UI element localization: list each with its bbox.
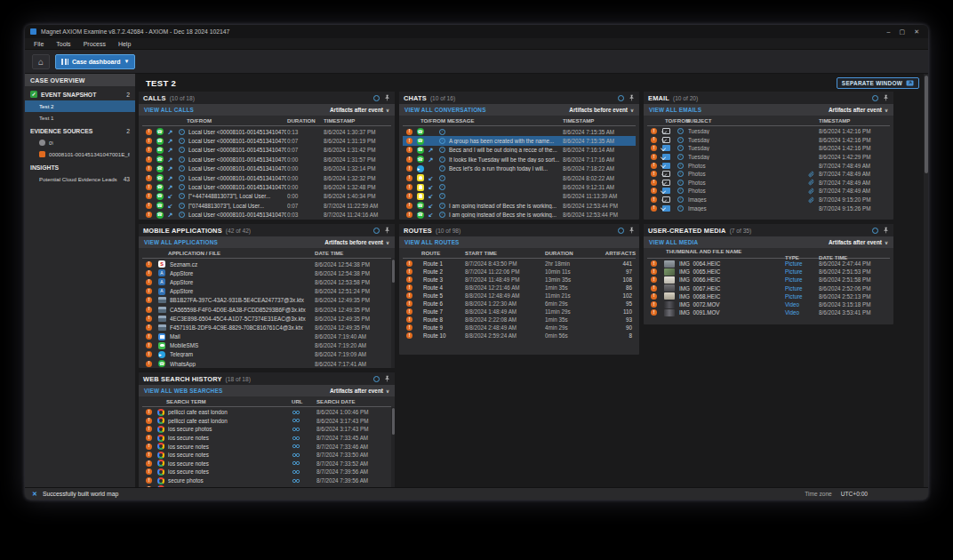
info-icon[interactable] (872, 95, 878, 101)
table-row[interactable]: secure photos8/7/2024 7:40:00 AM (142, 484, 391, 487)
table-row[interactable]: pellicci cafe east london8/6/2024 1:00:4… (142, 408, 391, 417)
url-link-icon[interactable] (292, 418, 315, 423)
pin-icon[interactable] (384, 227, 390, 234)
info-icon[interactable] (872, 228, 878, 234)
table-row[interactable]: Images8/7/2024 9:15:26 PM (647, 204, 890, 212)
sidebar-item-evidence-drive[interactable]: 0\ (25, 137, 135, 148)
table-row[interactable]: IMG_0066.HEICPicture8/6/2024 2:51:58 PM (647, 276, 890, 284)
table-row[interactable]: ↗It looks like Tuesday will be the day s… (403, 155, 636, 164)
table-row[interactable]: Tuesday8/6/2024 1:42:16 PM (647, 136, 890, 145)
table-row[interactable]: ↗Local User <00008101-001451341047001E_f… (142, 182, 391, 191)
table-row[interactable]: Route 48/8/2024 12:21:46 AM1min 35s86 (403, 284, 636, 292)
url-link-icon[interactable] (292, 452, 315, 458)
table-row[interactable]: ↗Becs and I will be out doing a recce of… (403, 146, 636, 155)
table-row[interactable]: Images8/7/2024 9:15:20 PM (647, 196, 890, 204)
table-row[interactable]: F457191B-2DF9-4C9E-8829-708C816761C4@3x.… (142, 323, 391, 332)
table-row[interactable]: ↗Local User <00008101-001451341047001E_f… (142, 164, 391, 173)
table-row[interactable]: Becs let's do a run through today I will… (403, 164, 636, 173)
scrollbar[interactable] (924, 74, 928, 487)
info-icon[interactable] (618, 95, 624, 101)
scrollbar[interactable] (391, 259, 395, 368)
table-row[interactable]: 8B1B27FA-397C-43A2-931B-5E4CEA247737@3x.… (142, 296, 391, 305)
pin-icon[interactable] (883, 227, 889, 234)
pin-icon[interactable] (384, 94, 390, 101)
separate-window-button[interactable]: SEPARATE WINDOW (837, 77, 919, 89)
table-row[interactable]: IMG_0072.MOVVideo8/6/2024 3:15:18 PM (647, 300, 890, 308)
info-icon[interactable] (373, 376, 380, 382)
table-row[interactable]: 4EC3E898-6504-45C4-A1D7-5C7374E31EAC@3x.… (142, 314, 391, 323)
table-row[interactable]: Route 58/8/2024 12:48:49 AM11min 21s102 (403, 292, 636, 300)
artifacts-filter-dropdown[interactable]: Artifacts after event∨ (829, 107, 888, 113)
pin-icon[interactable] (629, 227, 635, 234)
table-row[interactable]: MobileSMS8/6/2024 7:19:20 AM (142, 341, 391, 350)
view-all-media-link[interactable]: VIEW ALL MEDIA (649, 239, 698, 245)
menu-help[interactable]: Help (118, 41, 131, 47)
view-all-applications-link[interactable]: VIEW ALL APPLICATIONS (144, 239, 218, 245)
artifacts-filter-dropdown[interactable]: Artifacts after event∨ (330, 388, 389, 394)
url-link-icon[interactable] (292, 478, 315, 484)
table-row[interactable]: ↙8/6/2024 11:13:39 AM (403, 192, 636, 201)
info-icon[interactable] (373, 228, 380, 234)
artifacts-filter-dropdown[interactable]: Artifacts after event∨ (829, 239, 888, 245)
table-row[interactable]: WhatsApp8/6/2024 7:17:41 AM (142, 359, 391, 368)
scrollbar[interactable] (391, 407, 395, 487)
table-row[interactable]: Route 38/7/2024 11:48:49 PM13min 35s108 (403, 276, 636, 284)
menu-tools[interactable]: Tools (56, 41, 70, 47)
pin-icon[interactable] (629, 94, 635, 101)
view-all-calls-link[interactable]: VIEW ALL CALLS (144, 107, 194, 113)
table-row[interactable]: Route 98/8/2024 2:48:49 AM4min 29s90 (403, 324, 636, 332)
table-row[interactable]: AppStore8/6/2024 12:53:58 PM (142, 277, 391, 286)
sidebar-section-event-snapshot[interactable]: ✓ EVENT SNAPSHOT 2 (25, 86, 135, 100)
info-icon[interactable] (373, 95, 380, 101)
table-row[interactable]: Photos8/7/2024 7:48:49 AM (647, 161, 890, 170)
table-row[interactable]: ios secure notes8/7/2024 7:33:50 AM (142, 451, 391, 460)
sidebar-section-evidence-sources[interactable]: EVIDENCE SOURCES 2 (25, 124, 135, 137)
table-row[interactable]: Route 68/8/2024 1:22:30 AM6min 29s95 (403, 300, 636, 308)
table-row[interactable]: IMG_0091.MOVVideo8/6/2024 3:53:41 PM (647, 308, 890, 316)
table-row[interactable]: Seznam.cz8/6/2024 12:54:38 PM (142, 260, 391, 268)
sidebar-item-cloud-leads[interactable]: Potential Cloud Evidence Leads 43 (25, 173, 135, 185)
url-link-icon[interactable] (292, 427, 315, 432)
table-row[interactable]: ios secure notes8/7/2024 7:39:56 AM (142, 468, 391, 476)
menu-process[interactable]: Process (84, 41, 106, 47)
table-row[interactable]: ↙I am going instead of Becs she is worki… (403, 211, 636, 220)
maximize-button[interactable]: ▢ (900, 28, 906, 36)
case-dashboard-button[interactable]: Case dashboard ▼ (55, 54, 135, 69)
table-row[interactable]: ↗Local User <00008101-001451341047001E_f… (142, 146, 391, 155)
table-row[interactable]: ↙8/6/2024 8:02:22 AM (403, 173, 636, 182)
url-link-icon[interactable] (292, 469, 315, 475)
table-row[interactable]: Tuesday8/6/2024 1:42:16 PM (647, 144, 890, 153)
table-row[interactable]: Photos8/7/2024 7:48:49 AM (647, 179, 890, 188)
table-row[interactable]: Route 18/7/2024 8:43:50 PM2hr 18min441 (403, 260, 636, 268)
table-row[interactable]: Route 108/8/2024 2:59:24 AM0min 56s8 (403, 332, 636, 340)
table-row[interactable]: ↗Local User <00008101-001451341047001E_f… (142, 136, 391, 145)
view-all-web-searches-link[interactable]: VIEW ALL WEB SEARCHES (144, 388, 222, 394)
table-row[interactable]: A group has been created with the name..… (403, 136, 636, 145)
table-row[interactable]: Route 78/8/2024 1:48:49 AM11min 29s110 (403, 308, 636, 316)
artifacts-filter-dropdown[interactable]: Artifacts before event∨ (569, 107, 634, 113)
pin-icon[interactable] (384, 375, 390, 382)
table-row[interactable]: ↗Local User <00008101-001451341047001E_f… (142, 211, 391, 220)
url-link-icon[interactable] (292, 436, 315, 441)
home-button[interactable]: ⌂ (32, 54, 50, 69)
table-row[interactable]: pellicci cafe east london8/6/2024 3:17:4… (142, 417, 391, 426)
table-row[interactable]: Route 28/7/2024 11:22:06 PM10min 11s97 (403, 268, 636, 276)
table-row[interactable]: Mail8/6/2024 7:19:40 AM (142, 332, 391, 341)
table-row[interactable]: ↗Local User <00008101-001451341047001E_f… (142, 127, 391, 136)
table-row[interactable]: ios secure notes8/7/2024 7:33:45 AM (142, 434, 391, 443)
info-icon[interactable] (618, 228, 624, 234)
url-link-icon[interactable] (292, 486, 315, 487)
artifacts-filter-dropdown[interactable]: Artifacts after event∨ (330, 107, 389, 113)
table-row[interactable]: ↗Local User <00008101-001451341047001E_f… (142, 155, 391, 164)
table-row[interactable]: AppStore8/6/2024 12:54:38 PM (142, 268, 391, 277)
artifacts-filter-dropdown[interactable]: Artifacts before event∨ (324, 239, 389, 245)
table-row[interactable]: Route 88/8/2024 2:22:08 AM1min 35s93 (403, 316, 636, 324)
table-row[interactable]: Photos8/7/2024 7:48:49 AM (647, 187, 890, 196)
sidebar-item-evidence-zip[interactable]: 00008101-001451341047001E_files_full.zip (25, 148, 135, 160)
table-row[interactable]: Tuesday8/6/2024 1:42:16 PM (647, 127, 890, 136)
sidebar-item-test-2[interactable]: Test 2 (25, 100, 135, 112)
table-row[interactable]: ↙I am going instead of Becs she is worki… (403, 201, 636, 210)
view-all-routes-link[interactable]: VIEW ALL ROUTES (404, 239, 460, 245)
sidebar-item-test-1[interactable]: Test 1 (25, 112, 135, 124)
table-row[interactable]: secure photos8/7/2024 7:39:56 AM (142, 476, 391, 485)
